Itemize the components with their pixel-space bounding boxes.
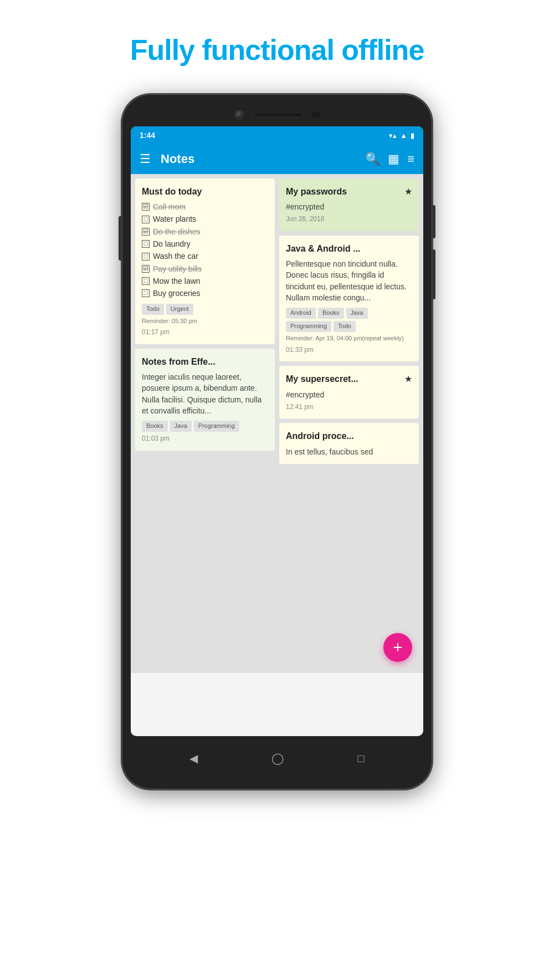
checkbox-dishes[interactable]: ☑ bbox=[142, 228, 150, 236]
signal-icon: ▲ bbox=[400, 131, 407, 140]
tag-books[interactable]: Books bbox=[142, 421, 168, 432]
note-date-passwords: Jun 26, 2018 bbox=[286, 215, 412, 224]
back-button[interactable]: ◀ bbox=[189, 752, 198, 765]
note-effe[interactable]: Notes from Effe... Integer iaculis neque… bbox=[135, 349, 275, 451]
phone-top-bar bbox=[131, 110, 423, 120]
front-camera bbox=[234, 110, 244, 120]
note-title-android: Android proce... bbox=[286, 430, 412, 442]
checklist-label-dishes: Do the dishes bbox=[153, 226, 201, 237]
note-title-java: Java & Android ... bbox=[286, 242, 412, 255]
checklist-label-water-plants: Water plants bbox=[153, 213, 196, 224]
volume-button-right bbox=[432, 249, 435, 299]
note-text-android: In est tellus, faucibus sed bbox=[286, 446, 412, 457]
status-icons: ▾▴ ▲ ▮ bbox=[389, 131, 414, 140]
phone-mockup: 1:44 ▾▴ ▲ ▮ ☰ Notes 🔍 ▦ ≡ bbox=[122, 94, 432, 789]
checkbox-wash-car[interactable]: □ bbox=[142, 253, 150, 261]
tag-todo[interactable]: Todo bbox=[142, 304, 164, 315]
battery-icon: ▮ bbox=[411, 131, 414, 140]
layout-icon[interactable]: ▦ bbox=[388, 152, 399, 166]
phone-screen: 1:44 ▾▴ ▲ ▮ ☰ Notes 🔍 ▦ ≡ bbox=[131, 126, 423, 736]
note-title-must-do: Must do today bbox=[142, 185, 268, 198]
tag-programming[interactable]: Programming bbox=[194, 421, 239, 432]
phone-nav-bar: ◀ ◯ □ bbox=[131, 743, 423, 774]
tag-urgent[interactable]: Urgent bbox=[166, 304, 193, 315]
status-bar: 1:44 ▾▴ ▲ ▮ bbox=[131, 126, 423, 144]
tag-books-java[interactable]: Books bbox=[318, 308, 344, 319]
checklist-item-water-plants[interactable]: □ Water plants bbox=[142, 213, 268, 224]
notes-left-column: Must do today ☑ Call mom □ Water plants … bbox=[135, 178, 275, 668]
note-passwords-header: My passwords ★ bbox=[286, 185, 412, 201]
tag-java[interactable]: Java bbox=[170, 421, 192, 432]
checklist-item-utility[interactable]: ☑ Pay utility bills bbox=[142, 263, 268, 274]
phone-shell: 1:44 ▾▴ ▲ ▮ ☰ Notes 🔍 ▦ ≡ bbox=[122, 94, 432, 789]
tag-android[interactable]: Android bbox=[286, 308, 316, 319]
note-java-reminder: Reminder: Apr 19, 04:00 pm(repeat weekly… bbox=[286, 334, 412, 343]
page-header: Fully functional offline bbox=[0, 0, 554, 83]
checkbox-call-mom[interactable]: ☑ bbox=[142, 203, 150, 211]
volume-button-left bbox=[119, 216, 122, 261]
menu-icon[interactable]: ☰ bbox=[140, 152, 151, 166]
checklist-item-laundry[interactable]: □ Do laundry bbox=[142, 238, 268, 249]
tag-programming-java[interactable]: Programming bbox=[286, 321, 331, 332]
checkbox-utility[interactable]: ☑ bbox=[142, 265, 150, 273]
page-title: Fully functional offline bbox=[11, 33, 543, 67]
power-button bbox=[432, 205, 435, 238]
checkbox-laundry[interactable]: □ bbox=[142, 240, 150, 248]
earpiece-speaker bbox=[253, 112, 303, 118]
note-must-do-reminder: Reminder: 05:30 pm bbox=[142, 317, 268, 326]
notes-columns: Must do today ☑ Call mom □ Water plants … bbox=[131, 174, 423, 673]
note-supersecret[interactable]: My supersecret... ★ #encrypted 12:41 pm bbox=[279, 366, 419, 418]
note-text-effe: Integer iaculis neque laoreet, posuere i… bbox=[142, 371, 268, 416]
checklist-label-utility: Pay utility bills bbox=[153, 263, 202, 274]
notes-right-column: My passwords ★ #encrypted Jun 26, 2018 J… bbox=[279, 178, 419, 668]
note-java-tags: Android Books Java Programming Todo bbox=[286, 308, 412, 332]
note-title-supersecret: My supersecret... bbox=[286, 372, 358, 385]
home-button[interactable]: ◯ bbox=[271, 752, 284, 765]
recents-button[interactable]: □ bbox=[357, 752, 364, 765]
checklist-item-wash-car[interactable]: □ Wash the car bbox=[142, 251, 268, 262]
note-date-supersecret: 12:41 pm bbox=[286, 402, 412, 412]
star-icon-passwords[interactable]: ★ bbox=[404, 185, 412, 198]
app-bar: ☰ Notes 🔍 ▦ ≡ bbox=[131, 144, 423, 174]
checklist-item-dishes[interactable]: ☑ Do the dishes bbox=[142, 226, 268, 237]
add-note-fab[interactable]: + bbox=[383, 633, 412, 662]
note-text-supersecret: #encrypted bbox=[286, 389, 412, 400]
tag-todo-java[interactable]: Todo bbox=[334, 321, 356, 332]
note-java-android[interactable]: Java & Android ... Pellentesque non tinc… bbox=[279, 236, 419, 362]
checklist-label-call-mom: Call mom bbox=[153, 201, 186, 212]
note-must-do-time: 01:17 pm bbox=[142, 328, 268, 337]
note-effe-time: 01:03 pm bbox=[142, 434, 268, 443]
note-must-do[interactable]: Must do today ☑ Call mom □ Water plants … bbox=[135, 178, 275, 344]
note-must-do-tags: Todo Urgent bbox=[142, 304, 268, 315]
checklist-label-groceries: Buy groceries bbox=[153, 288, 201, 299]
checklist-label-wash-car: Wash the car bbox=[153, 251, 198, 262]
status-time: 1:44 bbox=[140, 131, 155, 140]
note-java-time: 01:33 pm bbox=[286, 345, 412, 355]
note-text-java: Pellentesque non tincidunt nulla. Donec … bbox=[286, 258, 412, 303]
checkbox-mow-lawn[interactable]: □ bbox=[142, 277, 150, 285]
note-android-proce[interactable]: Android proce... In est tellus, faucibus… bbox=[279, 423, 419, 463]
checklist-item-groceries[interactable]: □ Buy groceries bbox=[142, 288, 268, 299]
star-icon-supersecret[interactable]: ★ bbox=[404, 372, 412, 385]
tag-java2[interactable]: Java bbox=[346, 308, 368, 319]
wifi-icon: ▾▴ bbox=[389, 131, 397, 140]
note-text-passwords: #encrypted bbox=[286, 201, 412, 212]
filter-icon[interactable]: ≡ bbox=[407, 152, 414, 166]
note-passwords[interactable]: My passwords ★ #encrypted Jun 26, 2018 bbox=[279, 178, 419, 231]
note-effe-tags: Books Java Programming bbox=[142, 421, 268, 432]
note-title-effe: Notes from Effe... bbox=[142, 355, 268, 368]
app-title: Notes bbox=[161, 152, 357, 166]
checkbox-groceries[interactable]: □ bbox=[142, 289, 150, 297]
note-supersecret-header: My supersecret... ★ bbox=[286, 372, 412, 389]
checklist-label-mow-lawn: Mow the lawn bbox=[153, 275, 201, 287]
checkbox-water-plants[interactable]: □ bbox=[142, 216, 150, 223]
note-title-passwords: My passwords bbox=[286, 185, 347, 198]
proximity-sensor bbox=[312, 112, 320, 118]
checklist-item-call-mom[interactable]: ☑ Call mom bbox=[142, 201, 268, 212]
checklist-label-laundry: Do laundry bbox=[153, 238, 191, 249]
search-icon[interactable]: 🔍 bbox=[365, 152, 380, 166]
checklist-item-mow-lawn[interactable]: □ Mow the lawn bbox=[142, 275, 268, 287]
